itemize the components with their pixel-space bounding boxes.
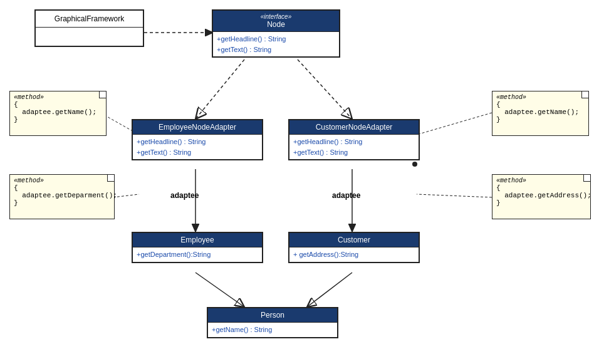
- node-methods: +getHeadline() : String +getText() : Str…: [213, 32, 339, 56]
- note-2: «method» { adaptee.getDeparment(); }: [9, 174, 115, 219]
- node-name: Node: [217, 20, 335, 29]
- svg-line-6: [195, 60, 244, 119]
- svg-line-7: [298, 60, 352, 119]
- node-header: «interface» Node: [213, 11, 339, 32]
- person-method-1: +getName() : String: [212, 325, 333, 335]
- ena-header: EmployeeNodeAdapter: [133, 120, 262, 135]
- employee-method-1: +getDepartment():String: [137, 249, 258, 260]
- note-4: «method» { adaptee.getAddress(); }: [492, 174, 591, 219]
- svg-line-11: [307, 273, 352, 307]
- note-1: «method» { adaptee.getName(); }: [9, 91, 107, 136]
- graphical-framework-box: GraphicalFramework: [34, 9, 144, 47]
- customer-node-adapter-box: CustomerNodeAdapter +getHeadline() : Str…: [288, 119, 420, 160]
- customer-method-1: + getAddress():String: [293, 249, 415, 260]
- person-name: Person: [212, 311, 333, 320]
- gf-name: GraphicalFramework: [36, 11, 143, 27]
- customer-methods: + getAddress():String: [289, 247, 419, 262]
- svg-line-15: [417, 194, 492, 197]
- cna-method-1: +getHeadline() : String: [293, 137, 415, 147]
- note-1-text: «method» { adaptee.getName(); }: [14, 94, 102, 123]
- note-2-text: «method» { adaptee.getDeparment(); }: [14, 177, 110, 207]
- adaptee-label-2: adaptee: [332, 191, 360, 200]
- adaptee-label-1: adaptee: [170, 191, 199, 200]
- ena-method-1: +getHeadline() : String: [137, 137, 258, 147]
- cna-name: CustomerNodeAdapter: [293, 123, 415, 132]
- customer-name: Customer: [293, 236, 415, 244]
- person-box: Person +getName() : String: [207, 307, 338, 338]
- cna-method-2: +getText() : String: [293, 147, 415, 158]
- employee-methods: +getDepartment():String: [133, 247, 262, 262]
- cna-methods: +getHeadline() : String +getText() : Str…: [289, 135, 419, 159]
- svg-point-17: [412, 162, 417, 167]
- svg-line-14: [417, 113, 492, 135]
- ena-methods: +getHeadline() : String +getText() : Str…: [133, 135, 262, 159]
- customer-header: Customer: [289, 233, 419, 247]
- ena-method-2: +getText() : String: [137, 147, 258, 158]
- node-stereotype: «interface»: [217, 13, 335, 20]
- employee-name: Employee: [137, 236, 258, 244]
- node-method-2: +getText() : String: [217, 44, 335, 55]
- node-method-1: +getHeadline() : String: [217, 34, 335, 44]
- node-box: «interface» Node +getHeadline() : String…: [212, 9, 340, 58]
- svg-line-10: [195, 273, 244, 307]
- diagram-container: «interface» Node +getHeadline() : String…: [0, 0, 599, 364]
- person-header: Person: [208, 308, 337, 323]
- note-3: «method» { adaptee.getName(); }: [492, 91, 589, 136]
- customer-box: Customer + getAddress():String: [288, 232, 420, 263]
- ena-name: EmployeeNodeAdapter: [137, 123, 258, 132]
- employee-box: Employee +getDepartment():String: [132, 232, 263, 263]
- employee-node-adapter-box: EmployeeNodeAdapter +getHeadline() : Str…: [132, 119, 263, 160]
- cna-header: CustomerNodeAdapter: [289, 120, 419, 135]
- employee-header: Employee: [133, 233, 262, 247]
- person-methods: +getName() : String: [208, 323, 337, 337]
- note-3-text: «method» { adaptee.getName(); }: [496, 94, 585, 123]
- note-4-text: «method» { adaptee.getAddress(); }: [496, 177, 586, 207]
